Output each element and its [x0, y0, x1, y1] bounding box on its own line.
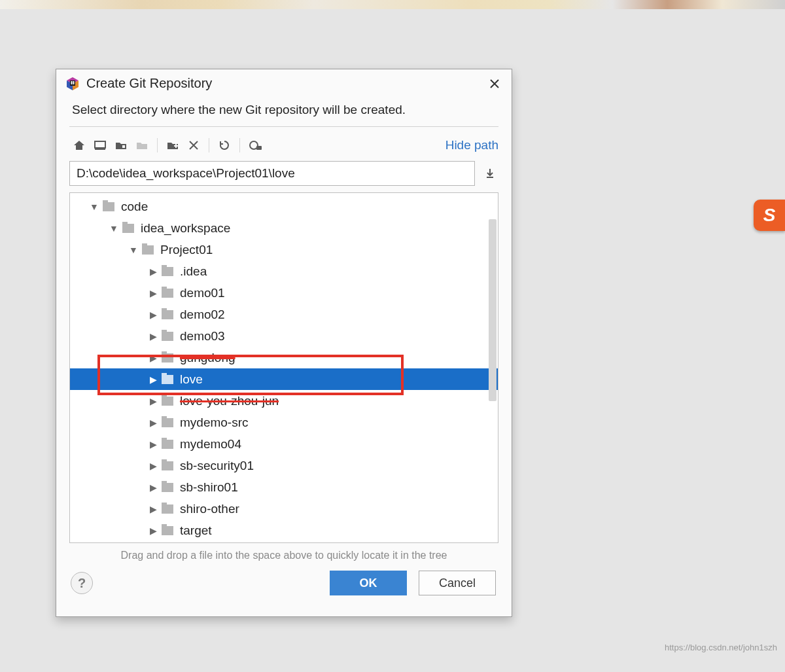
- folder-icon: [162, 461, 173, 470]
- toolbar: Hide path: [56, 132, 512, 157]
- folder-icon: [162, 504, 173, 514]
- tree-row[interactable]: ▶mydemo-src: [70, 412, 498, 433]
- tree-row-label: target: [180, 523, 212, 538]
- chevron-right-icon[interactable]: ▶: [147, 439, 159, 450]
- folder-icon: [162, 397, 173, 406]
- chevron-right-icon[interactable]: ▶: [147, 266, 159, 277]
- tree-row-label: mydemo-src: [180, 416, 249, 430]
- show-hidden-icon[interactable]: [245, 136, 265, 154]
- toolbar-separator: [209, 138, 209, 152]
- tree-scrollbar[interactable]: [489, 219, 497, 401]
- chevron-right-icon[interactable]: ▶: [147, 396, 159, 406]
- path-input[interactable]: [69, 161, 475, 186]
- tree-row-label: idea_workspace: [141, 221, 230, 236]
- tree-row[interactable]: ▶demo03: [70, 325, 498, 347]
- folder-icon: [162, 440, 173, 449]
- delete-icon[interactable]: [184, 136, 203, 154]
- svg-rect-8: [122, 145, 125, 148]
- tree-row-label: Project01: [160, 243, 213, 257]
- folder-icon: [162, 267, 173, 276]
- close-button[interactable]: [485, 77, 504, 90]
- tree-row[interactable]: ▶demo01: [70, 282, 498, 304]
- desktop-icon[interactable]: [90, 136, 110, 154]
- chevron-right-icon[interactable]: ▶: [147, 309, 159, 320]
- chevron-down-icon[interactable]: ▼: [128, 245, 139, 255]
- chevron-right-icon[interactable]: ▶: [147, 288, 159, 298]
- hide-path-link[interactable]: Hide path: [445, 138, 498, 152]
- tree-row[interactable]: ▼code: [70, 196, 498, 217]
- chevron-right-icon[interactable]: ▶: [147, 525, 159, 536]
- svg-rect-5: [73, 81, 75, 84]
- cancel-button[interactable]: Cancel: [419, 571, 496, 595]
- svg-rect-3: [70, 80, 75, 86]
- svg-rect-4: [71, 81, 73, 84]
- tree-row[interactable]: ▶sb-security01: [70, 455, 498, 476]
- tree-row-label: sb-security01: [180, 459, 254, 473]
- tree-row-label: love: [180, 372, 203, 387]
- tree-row-label: code: [121, 200, 148, 214]
- svg-rect-10: [256, 146, 262, 150]
- create-git-repo-dialog: Create Git Repository Select directory w…: [56, 69, 512, 617]
- project-root-icon[interactable]: [111, 136, 131, 154]
- chevron-right-icon[interactable]: ▶: [147, 461, 159, 471]
- chevron-right-icon[interactable]: ▶: [147, 504, 159, 514]
- home-icon[interactable]: [69, 136, 89, 154]
- folder-icon: [162, 353, 173, 363]
- folder-icon: [122, 224, 134, 233]
- tree-row-label: demo03: [180, 329, 225, 344]
- tree-row[interactable]: ▶love: [70, 368, 498, 390]
- chevron-down-icon[interactable]: ▼: [88, 202, 100, 212]
- refresh-icon[interactable]: [215, 136, 234, 154]
- folder-icon: [162, 483, 173, 492]
- folder-icon: [142, 245, 154, 255]
- dialog-subtitle: Select directory where the new Git repos…: [56, 96, 512, 126]
- folder-icon: [162, 526, 173, 535]
- chevron-right-icon[interactable]: ▶: [147, 482, 159, 493]
- divider: [69, 126, 498, 127]
- tree-row-label: demo02: [180, 308, 225, 322]
- directory-tree: ▼code▼idea_workspace▼Project01▶.idea▶dem…: [69, 192, 498, 543]
- tree-row[interactable]: ▶mydemo04: [70, 433, 498, 455]
- tree-row-label: .idea: [180, 264, 207, 279]
- tree-row[interactable]: ▶target: [70, 520, 498, 541]
- chevron-down-icon[interactable]: ▼: [108, 223, 120, 234]
- help-button[interactable]: ?: [71, 572, 93, 594]
- chevron-right-icon[interactable]: ▶: [147, 417, 159, 428]
- folder-icon: [103, 202, 114, 211]
- tree-row-label: mydemo04: [180, 437, 241, 451]
- tree-row[interactable]: ▶demo02: [70, 304, 498, 325]
- path-row: [56, 157, 512, 190]
- ok-button[interactable]: OK: [330, 571, 407, 595]
- chevron-right-icon[interactable]: ▶: [147, 374, 159, 385]
- svg-rect-7: [95, 149, 105, 150]
- chevron-right-icon[interactable]: ▶: [147, 353, 159, 363]
- right-side-badge: S: [754, 200, 785, 231]
- drag-drop-hint: Drag and drop a file into the space abov…: [56, 543, 512, 561]
- tree-row[interactable]: ▶.idea: [70, 260, 498, 282]
- svg-rect-6: [95, 141, 105, 148]
- tree-row-label: love-you-zhou-jun: [180, 394, 279, 408]
- folder-icon: [162, 418, 173, 427]
- tree-row[interactable]: ▼Project01: [70, 239, 498, 260]
- tree-row[interactable]: ▶gungdong: [70, 347, 498, 368]
- dialog-title: Create Git Repository: [86, 76, 212, 91]
- watermark-text: https://blog.csdn.net/john1szh: [665, 643, 777, 652]
- tree-row[interactable]: ▼idea_workspace: [70, 217, 498, 239]
- tree-row[interactable]: ▶love-you-zhou-jun: [70, 390, 498, 412]
- scroll-to-end-icon[interactable]: [481, 164, 498, 183]
- svg-rect-11: [487, 177, 493, 178]
- chevron-right-icon[interactable]: ▶: [147, 331, 159, 342]
- tree-row[interactable]: ▶sb-shiro01: [70, 476, 498, 498]
- intellij-icon: [65, 77, 80, 91]
- tree-row[interactable]: ▶shiro-other: [70, 498, 498, 520]
- new-folder-icon[interactable]: [163, 136, 183, 154]
- decorative-top-strip: [0, 0, 785, 9]
- dialog-footer: ? OK Cancel: [56, 561, 512, 606]
- toolbar-separator: [239, 138, 240, 152]
- dialog-titlebar: Create Git Repository: [56, 69, 512, 96]
- toolbar-separator: [157, 138, 158, 152]
- folder-icon: [162, 289, 173, 298]
- folder-icon: [162, 310, 173, 319]
- module-root-icon: [132, 136, 152, 154]
- folder-icon: [162, 375, 173, 384]
